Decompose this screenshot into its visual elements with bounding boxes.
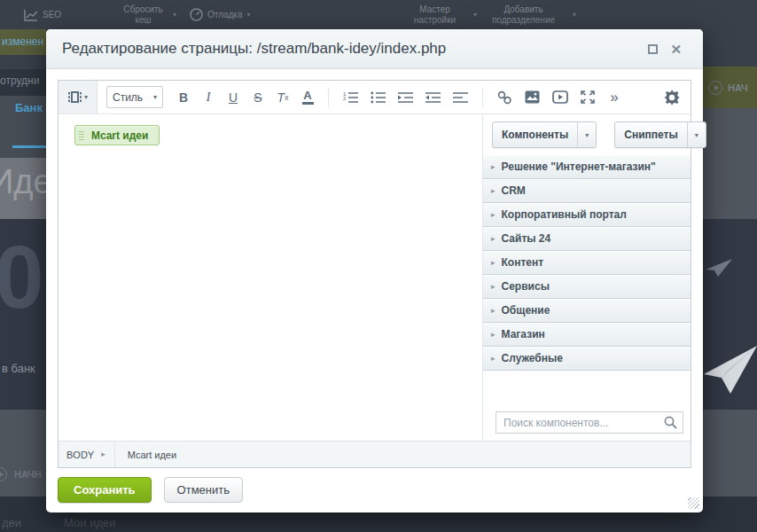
resize-handle[interactable] (688, 497, 699, 509)
play-circle-icon (0, 467, 7, 481)
chevron-right-icon: ▸ (491, 163, 496, 171)
background-counter: 0 (0, 232, 44, 321)
chevron-right-icon: ▸ (491, 235, 496, 243)
chevron-right-icon: ▸ (491, 331, 496, 339)
bold-button[interactable]: B (177, 90, 190, 105)
chevron-right-icon: ▸ (491, 283, 496, 291)
chevron-right-icon: ▸ (491, 355, 496, 363)
chevron-down-icon: ▾ (153, 94, 157, 101)
drag-handle-icon[interactable] (75, 126, 87, 145)
chevron-down-icon[interactable]: ▾ (687, 122, 706, 147)
bullet-list-icon[interactable] (371, 91, 386, 104)
paper-plane-graphic (706, 259, 732, 277)
link-icon[interactable] (497, 90, 512, 105)
italic-button[interactable]: I (202, 90, 215, 105)
toolbar-separator (482, 88, 483, 107)
chevron-down-icon: ▾ (573, 12, 576, 19)
paper-plane-graphic (704, 339, 757, 394)
topbar-item-clear-cache[interactable]: Сбросить кеш ▾ (118, 0, 176, 29)
background-tab-fragment: Банк (15, 101, 43, 114)
snippets-button[interactable]: Сниппеты ▾ (614, 121, 706, 148)
fullscreen-icon[interactable] (581, 90, 595, 104)
insert-component-button[interactable]: ▾ (59, 81, 98, 113)
screen: изменен отрудни Банк Идей 0 в банк НАЧН … (0, 0, 757, 532)
admin-topbar (0, 0, 757, 29)
tag-path-body[interactable]: BODY ▸ (59, 442, 115, 467)
chevron-right-icon: ▸ (491, 259, 496, 267)
category-sites-24[interactable]: ▸ Сайты 24 (483, 227, 691, 251)
tag-path-bar: BODY ▸ Mcart идеи (59, 441, 691, 467)
speedometer-icon (190, 8, 203, 21)
chevron-right-icon: ▸ (491, 307, 496, 315)
seo-chart-icon (24, 9, 38, 21)
background-text-fragment: отрудни (0, 74, 39, 87)
editor-toolbar: ▾ Стиль ▾ B I U S Tx A 12 (59, 81, 691, 114)
category-crm[interactable]: ▸ CRM (483, 179, 691, 203)
category-utility[interactable]: ▸ Служебные (483, 347, 691, 371)
save-button[interactable]: Сохранить (58, 477, 152, 503)
remove-format-button[interactable]: Tx (277, 90, 289, 105)
chevron-right-icon: ▸ (491, 211, 496, 219)
background-start-band: НАЧ (703, 66, 757, 108)
background-band (703, 108, 757, 219)
play-circle-icon (708, 81, 722, 95)
cancel-button[interactable]: Отменить (164, 477, 243, 503)
chevron-down-icon: ▾ (247, 12, 251, 19)
toolbar-separator (328, 88, 329, 107)
indent-icon[interactable] (398, 91, 413, 104)
dialog-title: Редактирование страницы: /stream/bank-id… (62, 40, 446, 58)
outdent-icon[interactable] (425, 91, 441, 104)
edit-page-dialog: Редактирование страницы: /stream/bank-id… (46, 29, 703, 512)
dialog-footer: Сохранить Отменить (58, 477, 691, 503)
components-button[interactable]: Компоненты ▾ (492, 121, 597, 148)
image-icon[interactable] (525, 90, 540, 104)
text-color-button[interactable]: A (301, 90, 314, 105)
category-internet-shop[interactable]: ▸ Решение "Интернет-магазин" (483, 155, 691, 179)
align-icon[interactable] (453, 91, 468, 104)
category-store[interactable]: ▸ Магазин (483, 323, 691, 347)
component-icon (67, 90, 82, 104)
settings-button[interactable] (664, 81, 680, 113)
chevron-down-icon: ▾ (473, 12, 477, 19)
components-sidebar: Компоненты ▾ Сниппеты ▾ ▸ Решение "Интер… (483, 114, 691, 441)
topbar-item-setup-wizard[interactable]: Мастер настройки ▾ (401, 0, 477, 29)
background-tab-fragment: деи (2, 516, 21, 529)
component-category-list: ▸ Решение "Интернет-магазин" ▸ CRM ▸ Кор… (483, 155, 691, 371)
component-search-input[interactable] (496, 412, 664, 433)
topbar-item-seo[interactable]: SEO (24, 0, 61, 29)
color-bar (302, 102, 314, 105)
tag-path-node[interactable]: Mcart идеи (128, 450, 176, 460)
category-corporate-portal[interactable]: ▸ Корпоративный портал (483, 203, 691, 227)
gear-icon (664, 90, 680, 106)
chevron-right-icon: ▸ (491, 187, 496, 195)
background-tab-underline (12, 145, 48, 148)
video-icon[interactable] (552, 90, 568, 104)
underline-button[interactable]: U (227, 90, 239, 105)
style-select[interactable]: Стиль ▾ (106, 86, 163, 108)
editor-canvas[interactable]: Mcart идеи (59, 114, 483, 441)
topbar-item-add-section[interactable]: Добавить подразделение ▾ (479, 0, 576, 29)
component-block-label: Mcart идеи (91, 129, 148, 142)
maximize-icon[interactable] (648, 44, 658, 54)
dialog-titlebar[interactable]: Редактирование страницы: /stream/bank-id… (46, 29, 703, 69)
background-bottom-tabs: деи Мои идеи (2, 516, 116, 529)
strikethrough-button[interactable]: S (252, 90, 264, 105)
close-icon[interactable]: ✕ (670, 43, 682, 56)
wysiwyg-editor: ▾ Стиль ▾ B I U S Tx A 12 (58, 80, 691, 468)
chevron-right-icon: ▸ (101, 450, 105, 458)
chevron-down-icon: ▾ (173, 12, 176, 19)
more-tools-icon[interactable]: » (607, 89, 620, 106)
ordered-list-icon[interactable]: 12 (343, 91, 358, 104)
category-communication[interactable]: ▸ Общение (483, 299, 691, 323)
search-icon[interactable] (664, 416, 677, 429)
background-banner-text: в банк (2, 362, 35, 375)
svg-text:2: 2 (343, 96, 347, 101)
topbar-item-debug[interactable]: Отладка ▾ (190, 0, 251, 29)
category-services[interactable]: ▸ Сервисы (483, 275, 691, 299)
component-block[interactable]: Mcart идеи (74, 125, 160, 145)
background-start-link: НАЧН (0, 467, 42, 481)
chevron-down-icon[interactable]: ▾ (577, 122, 596, 147)
edit-mode-bar-fragment: изменен (0, 29, 46, 55)
chevron-down-icon: ▾ (84, 94, 88, 101)
category-content[interactable]: ▸ Контент (483, 251, 691, 275)
